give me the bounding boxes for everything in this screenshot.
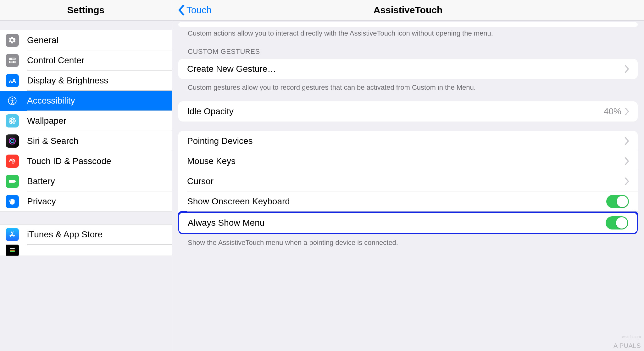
chevron-right-icon <box>625 65 629 73</box>
show-onscreen-keyboard-row[interactable]: Show Onscreen Keyboard <box>178 191 638 212</box>
switches-icon <box>6 54 19 67</box>
svg-rect-19 <box>9 180 15 183</box>
page-title: AssistiveTouch <box>172 5 644 15</box>
svg-point-10 <box>11 122 13 124</box>
fingerprint-icon <box>6 155 19 168</box>
svg-rect-21 <box>10 248 15 249</box>
always-show-menu-footer: Show the AssistiveTouch menu when a poin… <box>178 234 638 247</box>
sidebar-item-display-brightness[interactable]: AA Display & Brightness <box>0 71 172 91</box>
sidebar-item-battery[interactable]: Battery <box>0 171 172 191</box>
svg-point-11 <box>9 120 11 122</box>
chevron-right-icon <box>625 157 629 165</box>
accessibility-icon <box>6 94 19 107</box>
row-label: Create New Gesture… <box>187 64 625 74</box>
pointing-devices-row[interactable]: Pointing Devices <box>178 131 638 151</box>
chevron-right-icon <box>625 108 629 115</box>
svg-text:A: A <box>12 77 16 84</box>
custom-gestures-footer: Custom gestures allow you to record gest… <box>178 79 638 92</box>
cursor-row[interactable]: Cursor <box>178 171 638 191</box>
chevron-right-icon <box>625 137 629 145</box>
row-label: Mouse Keys <box>187 156 625 166</box>
mouse-keys-row[interactable]: Mouse Keys <box>178 151 638 171</box>
sidebar-item-label: Privacy <box>27 196 56 207</box>
sidebar-item-wallet[interactable] <box>0 245 172 256</box>
svg-point-1 <box>10 59 11 59</box>
sidebar-item-accessibility[interactable]: Accessibility <box>0 91 172 111</box>
svg-point-8 <box>11 120 14 122</box>
custom-gestures-group: CUSTOM GESTURES Create New Gesture… Cust… <box>178 48 638 92</box>
sidebar-list-main: General Control Center AA Display & Brig… <box>0 30 172 212</box>
watermark: A PUALS <box>613 342 641 349</box>
sidebar-item-privacy[interactable]: Privacy <box>0 191 172 212</box>
settings-sidebar: Settings General Control Center <box>0 0 172 351</box>
svg-point-12 <box>14 120 15 122</box>
row-label: Cursor <box>187 176 625 186</box>
sidebar-title: Settings <box>67 5 104 15</box>
sidebar-header: Settings <box>0 0 172 20</box>
always-show-menu-row[interactable]: Always Show Menu <box>179 213 637 233</box>
row-label: Show Onscreen Keyboard <box>187 196 606 207</box>
battery-icon <box>6 175 19 188</box>
sidebar-item-label: Touch ID & Passcode <box>27 156 111 166</box>
create-new-gesture-row[interactable]: Create New Gesture… <box>178 59 638 79</box>
chevron-right-icon <box>625 178 629 185</box>
sidebar-list-secondary: iTunes & App Store <box>0 224 172 256</box>
detail-nav: Touch AssistiveTouch <box>172 0 644 20</box>
svg-rect-23 <box>10 251 15 252</box>
sidebar-item-siri-search[interactable]: Siri & Search <box>0 131 172 151</box>
sidebar-item-touchid-passcode[interactable]: Touch ID & Passcode <box>0 151 172 171</box>
sidebar-item-itunes-appstore[interactable]: iTunes & App Store <box>0 224 172 245</box>
sidebar-spacer <box>0 212 172 224</box>
siri-icon <box>6 134 19 148</box>
wallet-icon <box>6 245 19 256</box>
svg-point-13 <box>10 118 11 120</box>
back-button[interactable]: Touch <box>178 5 212 15</box>
detail-body[interactable]: Custom actions allow you to interact dir… <box>172 20 644 351</box>
sidebar-item-control-center[interactable]: Control Center <box>0 50 172 71</box>
sidebar-item-label: iTunes & App Store <box>27 229 103 240</box>
svg-rect-22 <box>10 250 15 251</box>
detail-pane: Touch AssistiveTouch Custom actions allo… <box>172 0 644 351</box>
row-label: Pointing Devices <box>187 136 625 146</box>
appstore-icon <box>6 228 19 241</box>
row-label: Idle Opacity <box>187 106 604 116</box>
flower-icon <box>6 114 19 127</box>
pointing-devices-group: Pointing Devices Mouse Keys Cursor <box>178 131 638 247</box>
always-show-menu-toggle[interactable] <box>606 216 628 229</box>
svg-point-16 <box>13 122 15 123</box>
idle-opacity-row[interactable]: Idle Opacity 40% <box>178 101 638 122</box>
sidebar-item-wallpaper[interactable]: Wallpaper <box>0 111 172 131</box>
svg-rect-20 <box>15 181 16 182</box>
sidebar-item-general[interactable]: General <box>0 30 172 50</box>
sidebar-item-label: General <box>27 35 58 45</box>
sidebar-item-label: Battery <box>27 176 55 186</box>
sidebar-item-label: Display & Brightness <box>27 76 108 86</box>
svg-point-15 <box>10 122 11 123</box>
sidebar-item-label: Wallpaper <box>27 116 66 126</box>
svg-point-14 <box>13 118 15 120</box>
always-show-menu-highlight: Always Show Menu <box>178 211 638 234</box>
sidebar-item-label: Siri & Search <box>27 136 78 146</box>
chevron-left-icon <box>178 5 185 15</box>
show-onscreen-keyboard-toggle[interactable] <box>606 195 629 208</box>
custom-gestures-header: CUSTOM GESTURES <box>178 48 638 59</box>
idle-opacity-group: Idle Opacity 40% <box>178 101 638 122</box>
custom-actions-footer: Custom actions allow you to interact dir… <box>178 27 638 38</box>
partial-card-top <box>178 22 638 27</box>
svg-point-18 <box>11 139 14 143</box>
row-label: Always Show Menu <box>188 218 606 228</box>
row-value: 40% <box>604 106 621 116</box>
svg-text:A: A <box>9 79 12 84</box>
sidebar-item-label: Accessibility <box>27 96 75 106</box>
svg-point-9 <box>11 118 13 119</box>
svg-point-3 <box>13 61 14 62</box>
svg-point-17 <box>9 138 15 144</box>
gear-icon <box>6 34 19 47</box>
watermark-small: wsxdn.com <box>622 335 641 339</box>
hand-icon <box>6 195 19 208</box>
svg-point-7 <box>12 98 13 100</box>
back-label: Touch <box>186 5 212 15</box>
sidebar-item-label: Control Center <box>27 55 84 65</box>
textsize-icon: AA <box>6 74 19 87</box>
